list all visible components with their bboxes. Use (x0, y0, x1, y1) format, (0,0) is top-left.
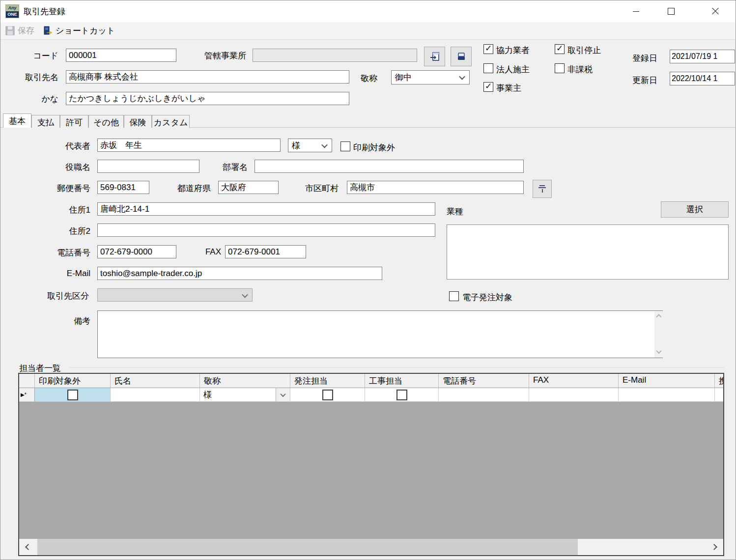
business-owner-checkbox[interactable]: ✓ (483, 82, 493, 92)
chevron-down-icon (242, 292, 248, 298)
floppy-icon (5, 26, 15, 35)
address2-label: 住所2 (47, 225, 90, 237)
maximize-icon (668, 8, 675, 15)
corporate-owner-label: 法人施主 (496, 64, 530, 75)
tab-insurance[interactable]: 保険 (124, 115, 152, 128)
col-header-construction-rep[interactable]: 工事担当 (365, 374, 439, 388)
grid-checkbox[interactable] (396, 390, 407, 400)
address2-input[interactable] (97, 224, 435, 237)
city-input[interactable] (347, 181, 524, 194)
honorific-value: 御中 (395, 72, 412, 83)
code-input[interactable] (66, 49, 176, 62)
updated-date-input[interactable] (670, 72, 735, 85)
cooperator-checkbox[interactable]: ✓ (483, 44, 493, 54)
logo-bottom-text: ONE (6, 11, 19, 18)
tax-exempt-checkbox[interactable]: ✓ (555, 63, 565, 73)
e-order-label: 電子発注対象 (462, 292, 512, 303)
tab-basic[interactable]: 基本 (3, 113, 31, 128)
category-label: 取引先区分 (34, 290, 89, 302)
kana-input[interactable] (66, 92, 349, 105)
col-header-mobile[interactable]: 携帯 (715, 374, 723, 388)
col-header-fax[interactable]: FAX (529, 374, 619, 388)
corporate-owner-checkbox[interactable]: ✓ (483, 63, 493, 73)
postal-label: 郵便番号 (44, 183, 90, 194)
city-label: 市区町村 (292, 183, 339, 194)
print-exclude-checkbox[interactable]: ✓ (340, 141, 350, 151)
tab-payment[interactable]: 支払 (31, 115, 60, 128)
department-input[interactable] (255, 160, 524, 173)
fax-input[interactable] (225, 245, 306, 258)
shortcut-icon (43, 26, 53, 35)
logo-top-text: Any (6, 5, 19, 11)
office-select-button[interactable] (424, 47, 445, 66)
col-header-honorific[interactable]: 敬称 (200, 374, 290, 388)
office-input[interactable] (253, 49, 417, 62)
postal-lookup-button[interactable] (533, 180, 552, 198)
email-input[interactable] (97, 267, 382, 280)
position-input[interactable] (97, 160, 199, 173)
representative-honorific-value: 様 (292, 140, 300, 151)
cell-order-rep[interactable] (290, 388, 365, 402)
cell-dropdown-button[interactable] (276, 388, 290, 401)
e-order-checkbox[interactable]: ✓ (449, 291, 459, 301)
tab-permit[interactable]: 許可 (60, 115, 88, 128)
honorific-select[interactable]: 御中 (391, 70, 470, 84)
col-header-email[interactable]: E-Mail (619, 374, 715, 388)
address1-input[interactable] (97, 202, 435, 216)
cell-name[interactable] (111, 388, 200, 402)
cell-email[interactable] (619, 388, 715, 402)
category-select[interactable] (97, 288, 253, 302)
scroll-right-button[interactable] (705, 539, 723, 555)
col-header-order-rep[interactable]: 発注担当 (290, 374, 365, 388)
office-clear-button[interactable] (451, 47, 472, 66)
tab-other[interactable]: その他 (88, 115, 124, 128)
maximize-button[interactable] (654, 0, 688, 22)
representative-honorific-select[interactable]: 様 (288, 139, 332, 152)
kana-label: かな (15, 93, 58, 105)
close-button[interactable] (698, 0, 733, 22)
representative-input[interactable] (97, 139, 281, 152)
tab-custom[interactable]: カスタム (152, 115, 190, 128)
business-owner-label: 事業主 (496, 83, 521, 94)
postal-input[interactable] (97, 181, 149, 194)
industry-select-button[interactable]: 選択 (661, 201, 729, 218)
col-header-print-exclude[interactable]: 印刷対象外 (35, 374, 111, 388)
prefecture-label: 都道府県 (164, 183, 211, 194)
shortcut-button[interactable]: ショートカット (40, 22, 118, 39)
cell-mobile[interactable] (715, 388, 723, 402)
scrollbar-track[interactable] (578, 539, 705, 555)
industry-listbox[interactable] (447, 224, 729, 280)
minimize-button[interactable] (619, 0, 653, 22)
suspended-label: 取引停止 (567, 45, 601, 56)
cell-honorific[interactable]: 様 (200, 388, 290, 402)
grid-horizontal-scrollbar[interactable] (19, 539, 723, 555)
col-header-phone[interactable]: 電話番号 (439, 374, 529, 388)
prefecture-input[interactable] (218, 181, 279, 194)
scrollbar-thumb[interactable] (37, 539, 578, 555)
save-button[interactable]: 保存 (2, 22, 37, 39)
shortcut-label: ショートカット (56, 25, 115, 36)
grid-checkbox[interactable] (67, 390, 78, 400)
partner-name-input[interactable] (66, 70, 349, 84)
remarks-scrollbar[interactable] (654, 311, 663, 358)
eraser-icon (456, 52, 466, 61)
toolbar: 保存 ショートカット (0, 22, 736, 40)
phone-input[interactable] (97, 245, 176, 258)
registered-date-input[interactable] (670, 50, 735, 63)
remarks-textarea[interactable] (97, 310, 663, 358)
save-label: 保存 (18, 25, 34, 36)
cell-fax[interactable] (529, 388, 619, 402)
grid-checkbox[interactable] (322, 390, 333, 400)
contacts-group-title: 担当者一覧 (19, 363, 61, 374)
address1-label: 住所1 (47, 204, 90, 216)
cell-phone[interactable] (439, 388, 529, 402)
row-header-cell[interactable]: ▶* (19, 388, 35, 402)
suspended-checkbox[interactable]: ✓ (555, 44, 565, 54)
cell-print-exclude[interactable] (35, 388, 111, 402)
cell-construction-rep[interactable] (365, 388, 439, 402)
representative-label: 代表者 (47, 140, 90, 152)
scroll-right-icon (711, 544, 717, 550)
scroll-left-icon (25, 544, 31, 550)
scroll-left-button[interactable] (19, 539, 37, 555)
col-header-name[interactable]: 氏名 (111, 374, 200, 388)
